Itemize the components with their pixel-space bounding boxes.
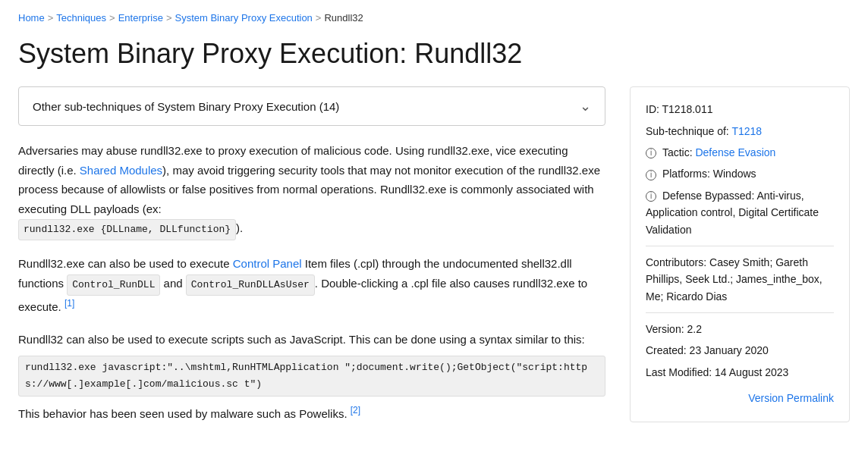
chevron-down-icon: ⌄ bbox=[580, 98, 591, 114]
sidebar-divider-2 bbox=[646, 312, 834, 313]
description: Adversaries may abuse rundll32.exe to pr… bbox=[18, 141, 605, 423]
sidebar-last-modified-val: 14 August 2023 bbox=[715, 366, 788, 378]
sidebar-defense-bypassed: i Defense Bypassed: Anti-virus, Applicat… bbox=[646, 187, 834, 238]
sidebar-id-val: T1218.011 bbox=[662, 103, 713, 115]
info-icon-platforms: i bbox=[646, 170, 656, 180]
para-1: Adversaries may abuse rundll32.exe to pr… bbox=[18, 141, 605, 240]
sidebar-tactic: i Tactic: Defense Evasion bbox=[646, 144, 834, 161]
sidebar-version-label: Version: bbox=[646, 323, 684, 335]
sidebar-created-val: 23 January 2020 bbox=[690, 344, 769, 356]
control-panel-link[interactable]: Control Panel bbox=[233, 257, 302, 270]
info-icon-defense: i bbox=[646, 191, 656, 202]
code1-suffix: ). bbox=[236, 221, 243, 234]
sidebar-version-val: 2.2 bbox=[687, 323, 701, 335]
code-javascript: rundll32.exe javascript:"..\mshtml,RunHT… bbox=[18, 356, 605, 397]
sidebar-id-label: ID: bbox=[646, 103, 659, 115]
sidebar-created-label: Created: bbox=[646, 344, 687, 356]
version-permalink-container: Version Permalink bbox=[646, 390, 834, 408]
sub-techniques-dropdown[interactable]: Other sub-techniques of System Binary Pr… bbox=[18, 86, 605, 126]
sidebar-platforms: i Platforms: Windows bbox=[646, 165, 834, 182]
sidebar-contributors: Contributors: Casey Smith; Gareth Philli… bbox=[646, 254, 834, 305]
code-rundll32-dll: rundll32.exe {DLLname, DLLfunction} bbox=[18, 219, 236, 240]
main-content: Other sub-techniques of System Binary Pr… bbox=[18, 86, 605, 438]
para2-and: and bbox=[160, 277, 185, 290]
sidebar-tactic-label: Tactic: bbox=[662, 146, 693, 158]
sidebar-version: Version: 2.2 bbox=[646, 321, 834, 337]
para-3: Rundll32 can also be used to execute scr… bbox=[18, 330, 605, 423]
sidebar-sub-technique-link[interactable]: T1218 bbox=[731, 125, 762, 137]
sidebar-sub-technique-label: Sub-technique of: bbox=[646, 125, 729, 137]
sidebar-created: Created: 23 January 2020 bbox=[646, 342, 834, 359]
sidebar: ID: T1218.011 Sub-technique of: T1218 i … bbox=[630, 86, 850, 422]
sidebar-last-modified: Last Modified: 14 August 2023 bbox=[646, 364, 834, 381]
para3-suffix: This behavior has been seen used by malw… bbox=[18, 407, 348, 420]
breadcrumb-sep-2: > bbox=[109, 12, 115, 24]
breadcrumb-sep-3: > bbox=[166, 12, 172, 24]
content-layout: Other sub-techniques of System Binary Pr… bbox=[18, 86, 850, 438]
breadcrumb-current: Rundll32 bbox=[324, 12, 363, 24]
code-control-rundllasuser: Control_RunDLLAsUser bbox=[186, 274, 315, 296]
sidebar-last-modified-label: Last Modified: bbox=[646, 366, 712, 378]
sidebar-platforms-label: Platforms: bbox=[662, 168, 710, 180]
sub-techniques-label: Other sub-techniques of System Binary Pr… bbox=[33, 100, 339, 113]
sidebar-tactic-link[interactable]: Defense Evasion bbox=[695, 146, 775, 158]
sidebar-id: ID: T1218.011 bbox=[646, 101, 834, 118]
breadcrumb-sep-1: > bbox=[48, 12, 54, 24]
sidebar-contributors-label: Contributors: bbox=[646, 256, 706, 268]
breadcrumb-techniques[interactable]: Techniques bbox=[56, 12, 106, 24]
breadcrumb-enterprise[interactable]: Enterprise bbox=[118, 12, 163, 24]
para-2: Rundll32.exe can also be used to execute… bbox=[18, 254, 605, 316]
ref-2[interactable]: [2] bbox=[351, 405, 360, 416]
code-control-rundll: Control_RunDLL bbox=[67, 274, 160, 296]
info-icon-tactic: i bbox=[646, 148, 656, 158]
sidebar-platforms-val: Windows bbox=[713, 168, 756, 180]
breadcrumb-system-binary[interactable]: System Binary Proxy Execution bbox=[175, 12, 313, 24]
shared-modules-link[interactable]: Shared Modules bbox=[80, 164, 162, 177]
page-wrapper: Home > Techniques > Enterprise > System … bbox=[0, 0, 868, 451]
sidebar-defense-label: Defense Bypassed: bbox=[662, 190, 754, 202]
sidebar-divider-1 bbox=[646, 246, 834, 246]
breadcrumb: Home > Techniques > Enterprise > System … bbox=[18, 12, 850, 24]
breadcrumb-home[interactable]: Home bbox=[18, 12, 45, 24]
sidebar-sub-technique: Sub-technique of: T1218 bbox=[646, 123, 834, 140]
page-title: System Binary Proxy Execution: Rundll32 bbox=[18, 37, 850, 70]
ref-1[interactable]: [1] bbox=[64, 298, 74, 309]
version-permalink-link[interactable]: Version Permalink bbox=[748, 392, 834, 404]
para2-prefix: Rundll32.exe can also be used to execute bbox=[18, 257, 233, 270]
para3-prefix: Rundll32 can also be used to execute scr… bbox=[18, 333, 585, 346]
breadcrumb-sep-4: > bbox=[316, 12, 322, 24]
